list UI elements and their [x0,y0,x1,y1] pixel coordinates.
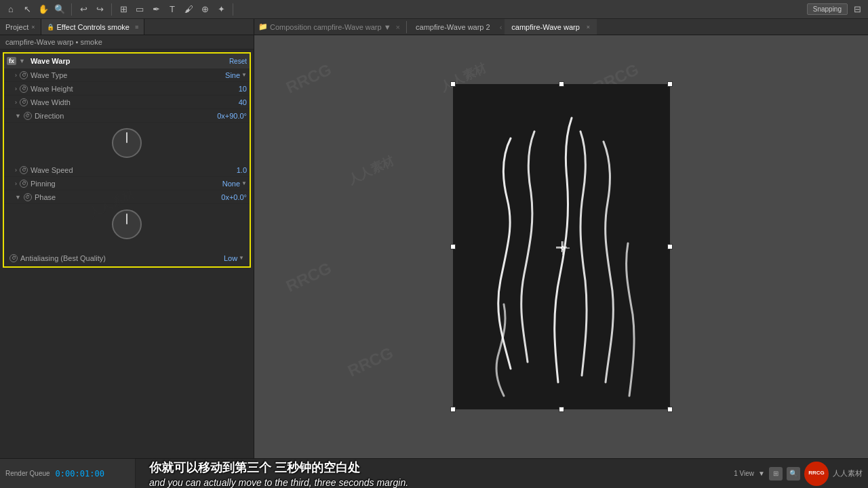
antialiasing-value[interactable]: Low ▼ [224,254,244,262]
wave-speed-stopwatch[interactable]: ⏱ [20,166,28,174]
direction-dial[interactable] [112,128,142,158]
wave-type-stopwatch[interactable]: ⏱ [20,71,28,79]
comp-tab-menu[interactable]: × [587,24,590,30]
pen-tool-icon[interactable]: ✒ [149,3,163,16]
subtitle-english: and you can actually move to the third, … [149,477,715,488]
antialiasing-stopwatch[interactable]: ⏱ [9,254,18,262]
pinning-arrow: ▼ [241,180,247,186]
canvas-background [453,84,670,409]
layer-path: campfire-Wave warp • smoke [0,35,254,49]
comp-tab-1[interactable]: campfire-Wave warp 2 [409,19,497,35]
wave-width-stopwatch[interactable]: ⏱ [20,98,28,106]
handle-bc[interactable] [559,407,564,412]
direction-dial-section [4,123,250,163]
effect-name: Wave Warp [31,57,226,65]
wm-rrcg-4: RRCG [283,259,335,296]
text-tool-icon[interactable]: T [165,3,179,16]
wave-warp-section: fx ▼ Wave Warp Reset › ⏱ Wave Type Sine … [3,52,251,268]
wave-speed-label: Wave Speed [31,166,237,174]
handle-tl[interactable] [450,81,456,87]
wave-type-value[interactable]: Sine ▼ [225,71,247,79]
wave-speed-expand[interactable]: › [15,167,17,174]
grid-icon[interactable]: ⊟ [850,3,864,16]
phase-dial[interactable] [112,209,142,239]
brush-tool-icon[interactable]: 🖌 [182,3,195,16]
effect-controls-tab[interactable]: 🔒 Effect Controls smoke ≡ [41,19,145,35]
undo-icon[interactable]: ↩ [77,3,90,16]
sep3 [233,3,233,16]
main-layout: Project × 🔒 Effect Controls smoke ≡ camp… [0,19,868,458]
effect-controls-tab-label: Effect Controls smoke [57,23,130,31]
comp-header-icon: 📁 Composition campfire-Wave warp ▼ × [254,22,404,31]
handle-ml[interactable] [450,244,456,249]
reset-button[interactable]: Reset [229,58,247,65]
wave-type-expand[interactable]: › [15,72,17,79]
comp-tab-separator: ‹ [500,23,502,31]
clone-icon[interactable]: ⊕ [198,3,212,16]
handle-bl[interactable] [450,407,456,412]
pinning-expand[interactable]: › [15,180,17,187]
pinning-stopwatch[interactable]: ⏱ [20,180,28,188]
tab-menu-icon[interactable]: ≡ [135,24,138,30]
redo-icon[interactable]: ↪ [93,3,106,16]
phase-stopwatch[interactable]: ⏱ [24,193,32,201]
expand-wave-warp[interactable]: ▼ [19,58,25,64]
view-zoom-button[interactable]: 🔍 [787,467,800,481]
phase-expand[interactable]: ▼ [15,194,21,201]
subtitle-area: 你就可以移动到第三个 三秒钟的空白处 and you can actually … [136,460,728,488]
canvas-area[interactable]: RRCG 人人素材 RRCG 人人素材 RRCG RRCG 人人素材 RRCG … [254,35,868,458]
handle-br[interactable] [667,407,673,412]
view-fit-button[interactable]: ⊞ [769,467,783,481]
home-icon[interactable]: ⌂ [4,3,18,16]
render-queue: Render Queue 0:00:01:00 [0,459,136,488]
layer-path-text: campfire-Wave warp • smoke [5,38,102,46]
zoom-tool-icon[interactable]: 🔍 [53,3,66,16]
wave-height-expand[interactable]: › [15,85,17,92]
hand-tool-icon[interactable]: ✋ [37,3,50,16]
view-options-icon[interactable]: ▼ [758,470,765,477]
view-label: 1 View [734,470,754,477]
wave-type-label: Wave Type [31,71,225,79]
direction-value[interactable]: 0x+90.0° [217,112,247,120]
dial-indicator [126,132,127,143]
sep2 [111,3,112,16]
handle-mr[interactable] [667,244,673,249]
project-tab-close[interactable]: × [31,24,35,30]
phase-value[interactable]: 0x+0.0° [221,193,247,201]
rrcg-badge: RRCG [804,462,829,486]
bottom-right-controls: 1 View ▼ ⊞ 🔍 RRCG 人人素材 [728,462,868,486]
phase-dial-indicator [126,214,127,224]
timecode: 0:00:01:00 [56,469,104,479]
comp-tab-1-label: campfire-Wave warp 2 [416,23,490,31]
project-tab[interactable]: Project × [0,19,41,35]
direction-property: ▼ ⏱ Direction 0x+90.0° [4,109,250,123]
fx-badge: fx [7,57,16,65]
wave-height-label: Wave Height [31,85,239,93]
select-tool-icon[interactable]: ↖ [20,3,34,16]
phase-label: Phase [35,193,221,201]
direction-stopwatch[interactable]: ⏱ [24,112,32,120]
comp-tab-2[interactable]: campfire-Wave warp × [505,19,597,35]
direction-expand[interactable]: ▼ [15,113,21,119]
pinning-value[interactable]: None ▼ [222,180,247,188]
direction-label: Direction [35,112,217,120]
wave-width-value[interactable]: 40 [239,98,247,106]
new-comp-icon[interactable]: ⊞ [117,3,130,16]
snapping-button[interactable]: Snapping [807,3,848,15]
wave-height-stopwatch[interactable]: ⏱ [20,85,28,93]
wave-width-expand[interactable]: › [15,99,17,106]
wave-speed-property: › ⏱ Wave Speed 1.0 [4,163,250,177]
comp-tab-2-label: campfire-Wave warp [511,23,579,31]
bottom-bar: Render Queue 0:00:01:00 你就可以移动到第三个 三秒钟的空… [0,458,868,488]
handle-tc[interactable] [559,81,564,87]
wave-type-arrow: ▼ [241,72,247,78]
wave-speed-value[interactable]: 1.0 [237,166,247,174]
center-mark [556,241,567,252]
wave-height-value[interactable]: 10 [239,85,247,93]
puppet-icon[interactable]: ✦ [214,3,228,16]
wave-height-property: › ⏱ Wave Height 10 [4,82,250,96]
handle-tr[interactable] [667,81,673,87]
antialiasing-label: Antialiasing (Best Quality) [20,254,224,262]
comp-header-title: Composition campfire-Wave warp ▼ [270,23,391,31]
rectangle-tool-icon[interactable]: ▭ [133,3,146,16]
